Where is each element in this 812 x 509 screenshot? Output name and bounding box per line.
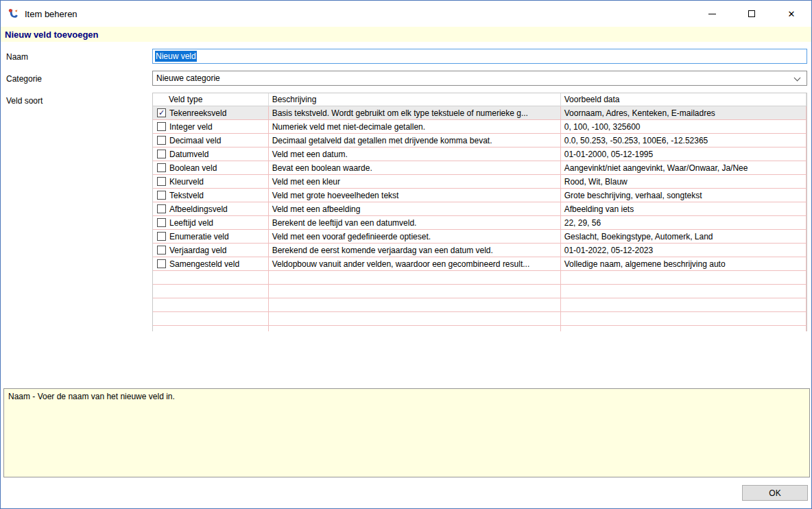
field-type-cell: Afbeeldingsveld — [153, 202, 269, 216]
field-example-data: Rood, Wit, Blauw — [561, 175, 807, 189]
categorie-selected-value: Nieuwe categorie — [156, 73, 220, 83]
title-bar: Item beheren ✕ — [1, 1, 811, 27]
field-type-label: Leeftijd veld — [169, 218, 213, 228]
maximize-button[interactable] — [732, 1, 772, 27]
ok-button[interactable]: OK — [742, 485, 808, 501]
empty-cell — [269, 298, 561, 312]
row-checkbox[interactable] — [157, 150, 166, 158]
app-icon — [8, 8, 19, 20]
field-type-cell: Decimaal veld — [153, 134, 269, 147]
field-type-rows: ✓TekenreeksveldBasis tekstveld. Wordt ge… — [153, 106, 807, 331]
minimize-button[interactable] — [692, 1, 732, 27]
field-description: Veld met een kleur — [269, 175, 561, 189]
field-example-data: 01-01-2022, 05-12-2023 — [561, 244, 807, 257]
table-row[interactable]: Integer veldNumeriek veld met niet-decim… — [153, 120, 807, 134]
table-row[interactable]: Samengesteld veldVeldopbouw vanuit ander… — [153, 257, 807, 271]
field-description: Bevat een boolean waarde. — [269, 161, 561, 175]
field-example-data: 0, 100, -100, 325600 — [561, 120, 807, 134]
field-example-data: 01-01-2000, 05-12-1995 — [561, 147, 807, 161]
table-row[interactable]: AfbeeldingsveldVeld met een afbeeldingAf… — [153, 202, 807, 216]
table-header-row: Veld type Beschrijving Voorbeeld data — [153, 93, 807, 106]
window-controls: ✕ — [692, 1, 811, 27]
field-type-cell: Tekstveld — [153, 189, 269, 202]
table-row-empty — [153, 326, 807, 331]
table-row[interactable]: KleurveldVeld met een kleurRood, Wit, Bl… — [153, 175, 807, 189]
field-type-cell: Datumveld — [153, 147, 269, 161]
field-type-label: Kleurveld — [169, 177, 204, 187]
empty-cell — [561, 271, 807, 285]
empty-cell — [269, 285, 561, 298]
empty-cell — [153, 298, 269, 312]
table-row[interactable]: ✓TekenreeksveldBasis tekstveld. Wordt ge… — [153, 106, 807, 120]
naam-input-value: Nieuw veld — [155, 51, 197, 62]
field-type-cell: Kleurveld — [153, 175, 269, 189]
field-description: Veld met grote hoeveelheden tekst — [269, 189, 561, 202]
field-type-cell: Integer veld — [153, 120, 269, 134]
empty-cell — [561, 326, 807, 331]
field-example-data: Grote beschrijving, verhaal, songtekst — [561, 189, 807, 202]
field-type-label: Datumveld — [169, 150, 208, 159]
row-checkbox[interactable] — [157, 163, 166, 172]
empty-cell — [269, 312, 561, 326]
table-row[interactable]: Enumeratie veldVeld met een vooraf gedef… — [153, 230, 807, 244]
empty-cell — [153, 326, 269, 331]
column-header-beschrijving[interactable]: Beschrijving — [269, 93, 561, 106]
page-header: Nieuw veld toevoegen — [1, 27, 811, 42]
chevron-down-icon — [794, 75, 801, 82]
empty-cell — [269, 326, 561, 331]
column-header-veld-type[interactable]: Veld type — [153, 93, 269, 106]
field-description: Decimaal getalveld dat getallen met drij… — [269, 134, 561, 147]
table-row[interactable]: Leeftijd veldBerekent de leeftijd van ee… — [153, 216, 807, 230]
field-type-cell: Boolean veld — [153, 161, 269, 175]
row-checkbox[interactable] — [157, 136, 166, 145]
table-row[interactable]: Decimaal veldDecimaal getalveld dat geta… — [153, 134, 807, 147]
field-description: Berekend de eerst komende verjaardag van… — [269, 244, 561, 257]
row-checkbox[interactable] — [157, 259, 166, 268]
close-button[interactable]: ✕ — [772, 1, 811, 27]
field-type-table: Veld type Beschrijving Voorbeeld data ✓T… — [152, 93, 807, 331]
field-type-cell: ✓Tekenreeksveld — [153, 106, 269, 120]
table-row[interactable]: TekstveldVeld met grote hoeveelheden tek… — [153, 189, 807, 202]
field-type-label: Boolean veld — [169, 163, 217, 173]
table-row[interactable]: Verjaardag veldBerekend de eerst komende… — [153, 244, 807, 257]
categorie-dropdown[interactable]: Nieuwe categorie — [152, 71, 807, 86]
row-checkbox[interactable]: ✓ — [157, 108, 166, 117]
naam-input[interactable]: Nieuw veld — [152, 49, 807, 64]
empty-cell — [269, 271, 561, 285]
empty-cell — [153, 285, 269, 298]
field-description: Veldopbouw vanuit ander velden, waardoor… — [269, 257, 561, 271]
field-example-data: Aangevinkt/niet aangevinkt, Waar/Onwaar,… — [561, 161, 807, 175]
table-row-empty — [153, 312, 807, 326]
table-row-empty — [153, 271, 807, 285]
empty-cell — [561, 298, 807, 312]
field-type-label: Samengesteld veld — [169, 259, 239, 269]
maximize-icon — [748, 10, 755, 17]
table-row[interactable]: Boolean veldBevat een boolean waarde.Aan… — [153, 161, 807, 175]
field-example-data: Voornaam, Adres, Kenteken, E-mailadres — [561, 106, 807, 120]
field-type-label: Enumeratie veld — [169, 232, 229, 241]
field-type-label: Tekenreeksveld — [169, 108, 226, 118]
column-header-voorbeeld-data[interactable]: Voorbeeld data — [561, 93, 807, 106]
empty-cell — [561, 285, 807, 298]
window-title: Item beheren — [25, 9, 77, 19]
row-checkbox[interactable] — [157, 122, 166, 131]
minimize-icon — [708, 14, 716, 14]
field-type-label: Decimaal veld — [169, 136, 221, 145]
naam-label: Naam — [6, 51, 28, 62]
row-checkbox[interactable] — [157, 191, 166, 200]
row-checkbox[interactable] — [157, 177, 166, 186]
field-type-cell: Samengesteld veld — [153, 257, 269, 271]
table-row-empty — [153, 298, 807, 312]
table-row[interactable]: DatumveldVeld met een datum.01-01-2000, … — [153, 147, 807, 161]
empty-cell — [561, 312, 807, 326]
row-checkbox[interactable] — [157, 204, 166, 213]
field-description: Veld met een vooraf gedefinieerde opties… — [269, 230, 561, 244]
field-type-label: Tekstveld — [169, 191, 204, 200]
row-checkbox[interactable] — [157, 246, 166, 254]
row-checkbox[interactable] — [157, 232, 166, 241]
field-description: Berekent de leeftijd van een datumveld. — [269, 216, 561, 230]
row-checkbox[interactable] — [157, 218, 166, 227]
help-info-box: Naam - Voer de naam van het nieuwe veld … — [3, 388, 810, 477]
empty-cell — [153, 312, 269, 326]
close-icon: ✕ — [788, 10, 796, 19]
